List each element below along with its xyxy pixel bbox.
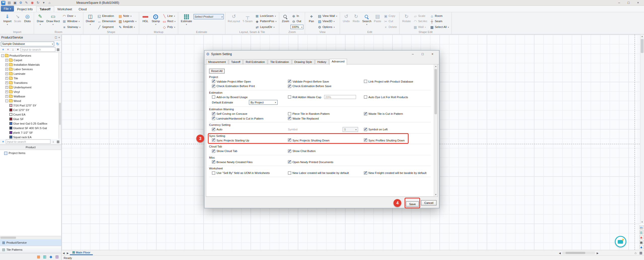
tree-item[interactable]: + Vinyl xyxy=(0,90,61,94)
scale-edit-button[interactable]: ▱Scale xyxy=(412,13,429,19)
checkbox-option[interactable]: Browse Newly Created Files xyxy=(212,160,288,164)
draw-rect-button[interactable]: ▭Draw Rect▾ xyxy=(45,13,61,26)
paste-button[interactable]: ▤Paste xyxy=(373,13,382,23)
checkbox[interactable] xyxy=(212,171,215,174)
window-button[interactable]: ⊞Window▾ xyxy=(61,19,82,24)
items-search-input[interactable] xyxy=(6,139,51,144)
hatch-tool-icon[interactable]: ▨ xyxy=(55,254,60,259)
disto-button[interactable]: ◎Disto xyxy=(23,13,32,23)
dock-tab-product-service[interactable]: ▦ Product/Service xyxy=(0,239,61,246)
patternpos-button[interactable]: ◈PatternPos▾ xyxy=(254,19,278,24)
segment-button[interactable]: ╱Segment xyxy=(96,24,117,30)
tree-item[interactable]: + Transitions xyxy=(0,81,61,85)
checkbox[interactable] xyxy=(212,139,215,142)
rect-button[interactable]: ▭Rect▾ xyxy=(161,19,177,24)
products-grid-icon[interactable]: ▦ xyxy=(36,254,41,259)
scroll-left-icon[interactable]: ◀ xyxy=(558,251,562,254)
tree-expander-icon[interactable]: - xyxy=(5,99,8,102)
checkbox-option[interactable]: Self Coving on Concave xyxy=(212,112,288,115)
checkbox-option[interactable]: Show Cloud Tab xyxy=(212,150,288,153)
set-arc-button[interactable]: ◠Set Arc xyxy=(412,19,429,24)
dimension-button[interactable]: ↔Dimension xyxy=(96,19,117,24)
lockseam-button[interactable]: ⊠LockSeam▾ xyxy=(254,13,278,19)
filter-caret-icon[interactable]: ▾ xyxy=(16,48,20,51)
edit-icon[interactable]: ✎ xyxy=(24,0,29,5)
checkbox[interactable] xyxy=(364,80,367,83)
checkbox-option[interactable]: Add-on by Boxed Usage xyxy=(212,95,288,99)
checkbox[interactable] xyxy=(288,112,291,115)
checkbox[interactable] xyxy=(364,139,367,142)
checkbox-option[interactable]: Check Estimation Before Save xyxy=(288,85,364,88)
tab-tile-estimation[interactable]: Tile Estimation xyxy=(268,59,291,64)
options-button[interactable]: ⚙Options▾ xyxy=(316,24,338,30)
copy-button[interactable]: ▣Copy xyxy=(382,13,398,19)
checkbox-option[interactable]: Check Estimation Before Print xyxy=(212,85,288,88)
checkbox-option[interactable]: Sync Profiles Shutting Down xyxy=(364,139,431,142)
tree-expander-icon[interactable]: + xyxy=(5,95,8,98)
tab-project-info[interactable]: Project Info xyxy=(14,7,36,12)
add-item-icon[interactable]: + xyxy=(1,140,5,143)
gear-icon[interactable]: ⚙ xyxy=(18,0,23,5)
collapse-panel-icon[interactable]: « xyxy=(58,36,60,39)
checkbox[interactable] xyxy=(212,117,215,120)
checkbox-option[interactable]: Laminate/Hardwood is Cut in Pattern xyxy=(212,117,288,120)
scroll-right-icon[interactable]: ▶ xyxy=(595,251,599,254)
dialog-close-button[interactable]: × xyxy=(428,51,437,57)
tree-expander-icon[interactable]: + xyxy=(5,81,8,84)
t-seam-button[interactable]: ┬T-Seam xyxy=(241,13,254,23)
checkbox-option[interactable]: Use "Sell By" field as UOM in Worksheets xyxy=(212,171,288,174)
tab-measurement[interactable]: Measurement xyxy=(206,59,228,64)
zoom-level-dropdown[interactable]: 100%▾ xyxy=(291,25,304,29)
checkbox[interactable] xyxy=(364,95,367,99)
tab-roll-estimation[interactable]: Roll Estimation xyxy=(243,59,267,64)
home-icon[interactable]: ⌂ xyxy=(47,0,52,5)
diamond-tool-icon[interactable]: ◆ xyxy=(49,254,54,259)
seam-button[interactable]: ┼Seam xyxy=(429,19,450,24)
estimate-button[interactable]: Estimate▾ xyxy=(180,13,193,26)
side-panel-markers-icon[interactable]: ◉ xyxy=(639,235,643,239)
checkbox-option[interactable]: Auto Dye Lot For Roll Products xyxy=(364,95,431,99)
checkbox-option[interactable]: Roll Addon Waste Cap xyxy=(288,95,364,99)
checkbox[interactable] xyxy=(288,85,291,88)
checkbox-option[interactable]: Piece Tile in Random Pattern xyxy=(288,112,364,115)
tree-item[interactable]: - Product/Services xyxy=(0,53,61,58)
product-search-input[interactable] xyxy=(21,47,56,52)
delete-button[interactable]: ×Delete xyxy=(382,24,398,30)
cut-button[interactable]: ✂Cut xyxy=(382,19,398,24)
save-button[interactable]: Save xyxy=(406,201,419,206)
tree-expander-icon[interactable]: + xyxy=(5,90,8,93)
scroll-up-icon[interactable]: ▲ xyxy=(640,34,644,38)
zoom-in-button[interactable]: ⊕In xyxy=(291,13,304,19)
select-product-dropdown[interactable]: Select Product▾ xyxy=(193,14,224,19)
checkbox[interactable] xyxy=(288,171,291,174)
checkbox[interactable] xyxy=(212,112,215,115)
scrollbar-thumb[interactable] xyxy=(59,103,61,125)
checkbox[interactable] xyxy=(288,80,291,83)
float-panel-icon[interactable]: ◻ xyxy=(55,36,57,39)
tab-drawing-style[interactable]: Drawing Style xyxy=(292,59,314,64)
divider-button[interactable]: ◫Divider▾ xyxy=(85,13,96,26)
dock-tab-tile-patterns[interactable]: ▤ Tile Patterns xyxy=(0,246,61,253)
zoom-extents-icon[interactable]: ⌂ xyxy=(633,250,638,255)
room-button[interactable]: ⌂Room xyxy=(429,13,450,19)
minimize-button[interactable]: – xyxy=(614,0,624,5)
select-all-button[interactable]: ▩Select All▾ xyxy=(429,24,450,30)
checkbox[interactable] xyxy=(212,160,215,164)
tile-pattern-icon[interactable]: ▥ xyxy=(42,254,47,259)
stamp-button[interactable]: Stamp▾ xyxy=(150,13,161,26)
dialog-minimize-button[interactable]: – xyxy=(408,51,418,57)
sort-icon[interactable]: ↕ xyxy=(51,140,55,143)
zoom-button[interactable]: Zoom xyxy=(280,13,290,23)
tree-item[interactable]: 7/16 Pad 12'0" SY xyxy=(0,103,61,108)
checkbox-option[interactable]: Waste Tile Replaced xyxy=(288,117,364,120)
waste-cap-input[interactable] xyxy=(324,95,356,99)
scrollbar-thumb[interactable] xyxy=(434,69,437,114)
checkbox-option[interactable]: Auto xyxy=(212,128,288,131)
tree-item[interactable]: + Tile xyxy=(0,76,61,81)
tab-takeoff[interactable]: Takeoff xyxy=(36,6,54,12)
close-button[interactable]: × xyxy=(633,0,643,5)
elevation-button[interactable]: ◱Elevation xyxy=(96,13,117,19)
tree-expander-icon[interactable]: + xyxy=(5,63,8,66)
tree-item[interactable]: + Installation Materials xyxy=(0,62,61,67)
draw-button[interactable]: ✎Draw▾ xyxy=(35,13,45,26)
